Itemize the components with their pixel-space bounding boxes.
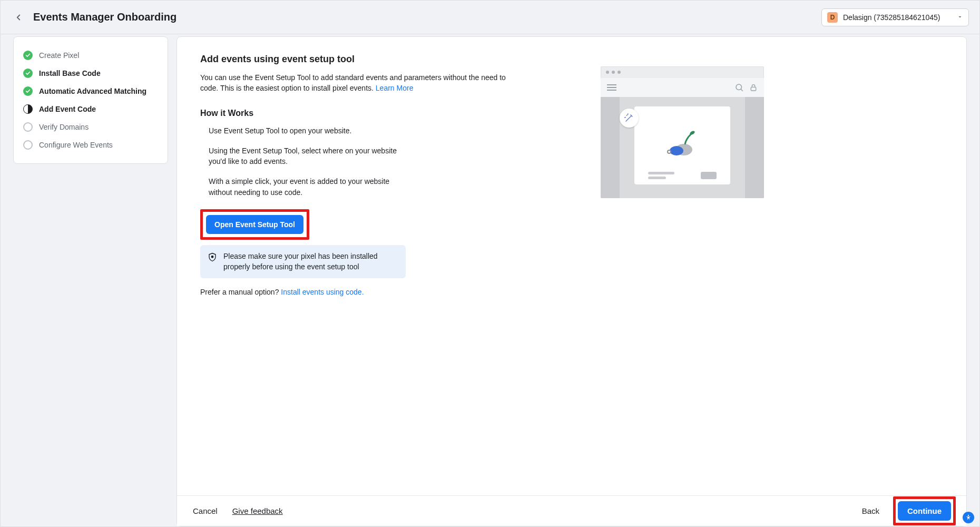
hamburger-icon: [607, 83, 616, 92]
prefer-manual: Prefer a manual option? Install events u…: [200, 288, 537, 296]
how-step-2: Using the Event Setup Tool, select where…: [209, 145, 409, 167]
wand-icon: [620, 109, 639, 128]
svg-rect-3: [751, 87, 756, 91]
highlight-open-tool: Open Event Setup Tool: [200, 209, 309, 240]
illus-content: [601, 97, 764, 198]
caret-down-icon: [957, 13, 963, 22]
card-footer: Cancel Give feedback Back Continue: [177, 495, 966, 526]
placeholder-line: [648, 172, 674, 174]
illus-side-left: [601, 97, 620, 198]
lock-icon: [749, 83, 758, 92]
step-configure-web-events[interactable]: Configure Web Events: [23, 136, 158, 154]
illus-side-right: [745, 97, 764, 198]
give-feedback-link[interactable]: Give feedback: [232, 506, 283, 515]
page-title: Events Manager Onboarding: [33, 11, 177, 23]
how-step-1: Use Event Setup Tool to open your websit…: [209, 125, 409, 136]
open-event-setup-tool-button[interactable]: Open Event Setup Tool: [206, 215, 303, 234]
svg-line-2: [741, 89, 743, 91]
section-heading: Add events using event setup tool: [200, 54, 537, 65]
placeholder-pill: [701, 172, 717, 179]
step-create-pixel[interactable]: Create Pixel: [23, 46, 158, 64]
step-label: Create Pixel: [39, 51, 79, 60]
half-circle-icon: [23, 104, 33, 114]
placeholder-line: [648, 177, 666, 179]
step-advanced-matching[interactable]: Automatic Advanced Matching: [23, 82, 158, 100]
check-icon: [23, 51, 33, 60]
svg-point-8: [968, 515, 969, 516]
body: Create Pixel Install Base Code Automatic…: [1, 34, 979, 526]
svg-point-0: [211, 256, 213, 258]
how-it-works-heading: How it Works: [200, 109, 537, 118]
chevron-left-icon: [14, 13, 23, 22]
step-label: Add Event Code: [39, 105, 96, 113]
step-install-base-code[interactable]: Install Base Code: [23, 64, 158, 82]
svg-point-1: [736, 84, 742, 90]
prefer-prefix: Prefer a manual option?: [200, 288, 281, 296]
plant-icon: [664, 125, 701, 159]
notice-text: Please make sure your pixel has been ins…: [223, 251, 398, 272]
illus-toolbar: [601, 78, 764, 97]
top-bar: Events Manager Onboarding D Delasign (73…: [1, 1, 979, 34]
highlight-continue: Continue: [893, 496, 956, 525]
step-add-event-code[interactable]: Add Event Code: [23, 100, 158, 118]
footer-left: Cancel Give feedback: [188, 503, 283, 519]
account-dropdown[interactable]: D Delasign (735285184621045): [821, 8, 969, 26]
svg-point-6: [668, 150, 671, 153]
illus-bottom-lines: [648, 172, 717, 179]
account-name: Delasign (735285184621045): [843, 13, 940, 22]
check-icon: [23, 86, 33, 96]
lead-text: You can use the Event Setup Tool to add …: [200, 72, 516, 94]
illus-right-icons: [734, 83, 758, 92]
lead-body: You can use the Event Setup Tool to add …: [200, 73, 506, 92]
top-bar-left: Events Manager Onboarding: [11, 10, 177, 25]
illustration-column: [601, 54, 943, 296]
content-column: Add events using event setup tool You ca…: [200, 54, 537, 296]
accessibility-icon[interactable]: [963, 512, 974, 523]
main-card: Add events using event setup tool You ca…: [177, 36, 967, 526]
cancel-button[interactable]: Cancel: [188, 503, 223, 519]
continue-button[interactable]: Continue: [898, 501, 951, 521]
svg-point-5: [670, 146, 683, 155]
browser-illustration: [601, 66, 764, 198]
search-icon: [734, 83, 744, 92]
illus-canvas: [634, 106, 730, 184]
shield-icon: [208, 252, 217, 264]
learn-more-link[interactable]: Learn More: [376, 84, 414, 92]
step-verify-domains[interactable]: Verify Domains: [23, 118, 158, 136]
empty-circle-icon: [23, 122, 33, 132]
back-icon-button[interactable]: [11, 10, 26, 25]
step-label: Automatic Advanced Matching: [39, 87, 146, 95]
empty-circle-icon: [23, 140, 33, 150]
back-button[interactable]: Back: [856, 503, 886, 519]
install-events-code-link[interactable]: Install events using code.: [281, 288, 364, 296]
check-icon: [23, 69, 33, 78]
steps-sidebar: Create Pixel Install Base Code Automatic…: [13, 36, 168, 164]
app-root: Events Manager Onboarding D Delasign (73…: [0, 0, 980, 527]
main-inner: Add events using event setup tool You ca…: [177, 37, 966, 338]
account-dropdown-left: D Delasign (735285184621045): [827, 12, 940, 23]
how-step-3: With a simple click, your event is added…: [209, 176, 409, 198]
account-badge: D: [827, 12, 838, 23]
install-notice: Please make sure your pixel has been ins…: [200, 245, 406, 278]
window-dots-icon: [606, 71, 621, 74]
footer-right: Back Continue: [856, 496, 956, 525]
step-label: Verify Domains: [39, 123, 89, 131]
step-label: Configure Web Events: [39, 141, 113, 149]
step-label: Install Base Code: [39, 69, 101, 77]
